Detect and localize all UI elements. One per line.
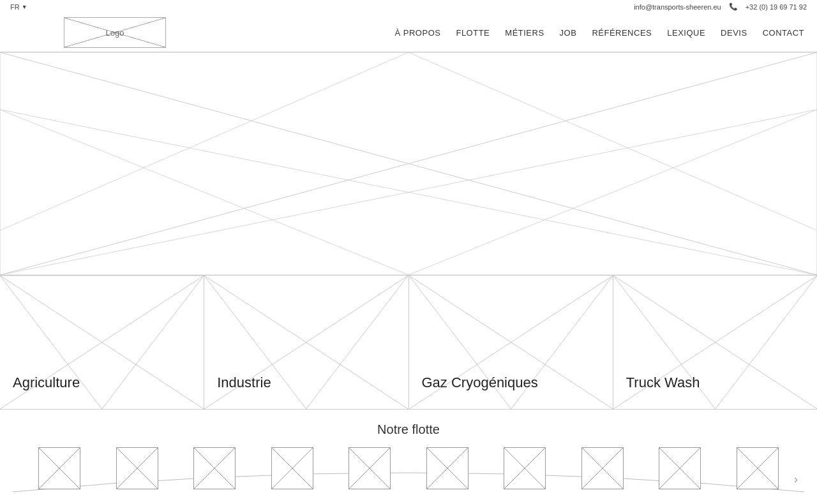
truck-image-2 <box>193 447 236 489</box>
phone-icon: 📞 <box>729 3 738 11</box>
truck-item-4[interactable] <box>349 447 391 493</box>
truck-item-7[interactable] <box>581 447 624 493</box>
lang-arrow-icon: ▼ <box>22 4 27 10</box>
truck-image-3 <box>271 447 313 489</box>
nav-a-propos[interactable]: À PROPOS <box>395 28 441 38</box>
nav-metiers[interactable]: MÉTIERS <box>505 28 544 38</box>
truck-item-2[interactable] <box>193 447 236 493</box>
nav-contact[interactable]: CONTACT <box>763 28 804 38</box>
truck-image-7 <box>581 447 624 489</box>
category-agriculture[interactable]: Agriculture <box>0 276 204 409</box>
nav-flotte[interactable]: FLOTTE <box>456 28 490 38</box>
truck-icon-list <box>13 447 804 493</box>
flotte-section: Notre flotte <box>0 410 817 504</box>
truck-item-8[interactable] <box>659 447 701 493</box>
email-address: info@transports-sheeren.eu <box>634 3 721 11</box>
category-gaz[interactable]: Gaz Cryogéniques <box>409 276 613 409</box>
flotte-title: Notre flotte <box>13 422 804 437</box>
flotte-content: › <box>13 447 804 504</box>
category-agriculture-label: Agriculture <box>13 374 80 391</box>
truck-image-5 <box>426 447 468 489</box>
header: Logo À PROPOS FLOTTE MÉTIERS JOB RÉFÉREN… <box>0 13 817 52</box>
logo-text: Logo <box>106 28 124 38</box>
truck-item-5[interactable] <box>426 447 468 493</box>
category-tiles: Agriculture Industrie Gaz Cryogéniques <box>0 276 817 410</box>
truck-item-1[interactable] <box>116 447 158 493</box>
category-industrie[interactable]: Industrie <box>204 276 408 409</box>
category-gaz-label: Gaz Cryogéniques <box>422 374 538 391</box>
language-selector[interactable]: FR ▼ <box>10 3 27 11</box>
truck-image-0 <box>38 447 80 489</box>
logo[interactable]: Logo <box>64 17 166 48</box>
category-truckwash[interactable]: Truck Wash <box>613 276 817 409</box>
category-industrie-label: Industrie <box>217 374 271 391</box>
main-nav: À PROPOS FLOTTE MÉTIERS JOB RÉFÉRENCES L… <box>395 28 804 38</box>
top-bar: FR ▼ info@transports-sheeren.eu 📞 +32 (0… <box>0 0 817 13</box>
truck-image-9 <box>737 447 779 489</box>
truck-item-0[interactable] <box>38 447 80 493</box>
truck-image-4 <box>349 447 391 489</box>
category-truckwash-label: Truck Wash <box>626 374 700 391</box>
nav-job[interactable]: JOB <box>560 28 577 38</box>
nav-references[interactable]: RÉFÉRENCES <box>592 28 652 38</box>
truck-image-1 <box>116 447 158 489</box>
lang-label: FR <box>10 3 20 11</box>
nav-lexique[interactable]: LEXIQUE <box>667 28 705 38</box>
phone-number: +32 (0) 19 69 71 92 <box>746 3 807 11</box>
truck-image-6 <box>504 447 546 489</box>
truck-item-6[interactable] <box>504 447 546 493</box>
nav-devis[interactable]: DEVIS <box>721 28 747 38</box>
truck-item-9[interactable] <box>737 447 779 493</box>
contact-info: info@transports-sheeren.eu 📞 +32 (0) 19 … <box>634 3 807 11</box>
hero-image <box>0 52 817 276</box>
truck-item-3[interactable] <box>271 447 313 493</box>
truck-image-8 <box>659 447 701 489</box>
